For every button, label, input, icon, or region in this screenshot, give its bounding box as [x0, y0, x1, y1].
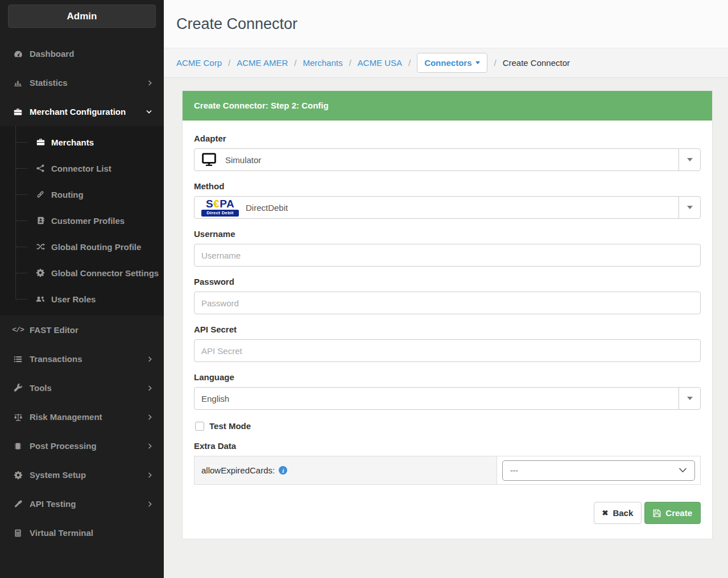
caret-down-icon — [687, 158, 693, 161]
extra-data-key-cell: allowExpiredCards: i — [195, 456, 497, 484]
sidebar-item-label: Global Connector Settings — [51, 268, 159, 278]
page-header: Create Connector — [164, 0, 728, 48]
sidebar-item-label: FAST Editor — [30, 325, 78, 335]
main-area: Create Connector ACME Corp / ACME AMER /… — [164, 0, 728, 578]
create-button-label: Create — [665, 508, 692, 518]
breadcrumb-separator: / — [408, 58, 411, 68]
shuffle-icon — [35, 242, 46, 251]
sidebar-item-tools[interactable]: Tools — [0, 373, 164, 402]
back-button-label: Back — [613, 508, 633, 518]
sidebar-item-risk-management[interactable]: Risk Management — [0, 402, 164, 431]
sidebar-item-user-roles[interactable]: User Roles — [0, 286, 164, 312]
monitor-icon — [201, 153, 217, 167]
extra-data-key: allowExpiredCards: — [201, 465, 275, 475]
sidebar-item-label: Tools — [30, 383, 52, 393]
microchip-icon — [13, 442, 23, 451]
eyedropper-icon — [13, 500, 23, 509]
sidebar-item-global-routing-profile[interactable]: Global Routing Profile — [0, 234, 164, 260]
admin-button[interactable]: Admin — [8, 5, 156, 28]
sidebar-item-label: Customer Profiles — [51, 216, 125, 226]
chevron-right-icon — [147, 356, 152, 363]
list-icon — [13, 355, 23, 364]
select-caret-section — [679, 197, 700, 218]
adapter-select[interactable]: Simulator — [194, 148, 701, 171]
connectors-dropdown-label: Connectors — [424, 58, 471, 68]
test-mode-label: Test Mode — [209, 421, 251, 431]
sidebar-item-transactions[interactable]: Transactions — [0, 344, 164, 373]
chevron-right-icon — [147, 385, 152, 392]
chevron-down-icon — [679, 468, 687, 473]
sidebar-item-merchants[interactable]: Merchants — [0, 129, 164, 155]
page-title: Create Connector — [176, 15, 297, 33]
sidebar-item-label: User Roles — [51, 294, 96, 304]
sidebar-item-fast-editor[interactable]: </> FAST Editor — [0, 315, 164, 344]
breadcrumb-current: Create Connector — [503, 58, 570, 68]
chevron-right-icon — [147, 443, 152, 450]
sidebar-item-label: System Setup — [30, 470, 86, 480]
sidebar-item-virtual-terminal[interactable]: Virtual Terminal — [0, 518, 164, 547]
breadcrumb-link-merchants[interactable]: Merchants — [303, 58, 342, 68]
wrench-icon — [13, 384, 23, 393]
breadcrumb-separator: / — [349, 58, 351, 68]
share-icon — [35, 164, 46, 173]
sidebar-item-merchant-configuration[interactable]: Merchant Configuration — [0, 97, 164, 126]
sidebar-item-api-testing[interactable]: API Testing — [0, 489, 164, 518]
breadcrumb-separator: / — [294, 58, 296, 68]
x-icon: ✖ — [602, 509, 609, 517]
sidebar-item-dashboard[interactable]: Dashboard — [0, 39, 164, 68]
back-button[interactable]: ✖ Back — [594, 502, 642, 524]
sidebar-item-label: Global Routing Profile — [51, 242, 141, 252]
breadcrumb-separator: / — [494, 58, 496, 68]
sidebar-item-label: Risk Management — [30, 412, 102, 422]
connectors-dropdown-button[interactable]: Connectors — [417, 53, 487, 73]
sidebar-item-statistics[interactable]: Statistics — [0, 68, 164, 97]
test-mode-checkbox[interactable] — [195, 422, 204, 431]
test-mode-row: Test Mode — [195, 421, 701, 431]
calculator-icon — [13, 529, 23, 538]
password-input[interactable] — [194, 292, 701, 314]
api-secret-input[interactable] — [194, 339, 701, 362]
code-icon: </> — [13, 326, 23, 334]
briefcase-icon — [35, 138, 46, 147]
chevron-right-icon — [147, 80, 152, 86]
sidebar-item-system-setup[interactable]: System Setup — [0, 460, 164, 489]
sidebar-item-routing[interactable]: Routing — [0, 181, 164, 207]
username-label: Username — [194, 229, 701, 239]
chevron-down-icon — [146, 109, 152, 114]
caret-down-icon — [475, 61, 480, 64]
chevron-right-icon — [147, 414, 152, 421]
chevron-right-icon — [147, 501, 152, 508]
panel-heading: Create Connector: Step 2: Config — [183, 91, 712, 120]
extra-data-table: allowExpiredCards: i --- — [194, 456, 701, 485]
sidebar-item-post-processing[interactable]: Post Processing — [0, 431, 164, 460]
sidebar-item-label: Dashboard — [30, 49, 74, 59]
sidebar-item-global-connector-settings[interactable]: Global Connector Settings — [0, 260, 164, 286]
sidebar-item-label: Merchant Configuration — [30, 107, 126, 117]
breadcrumb-link-acme-usa[interactable]: ACME USA — [358, 58, 402, 68]
sidebar-item-label: Merchants — [51, 138, 94, 147]
breadcrumb-link-acme-amer[interactable]: ACME AMER — [237, 58, 288, 68]
briefcase-icon — [13, 107, 23, 117]
sepa-logo: S€PA Direct Debit — [201, 198, 239, 217]
language-select[interactable]: English — [194, 387, 701, 410]
info-icon[interactable]: i — [279, 466, 287, 475]
method-select[interactable]: S€PA Direct Debit DirectDebit — [194, 196, 701, 219]
create-button[interactable]: Create — [644, 502, 701, 524]
breadcrumb-separator: / — [228, 58, 230, 68]
address-book-icon — [35, 216, 46, 225]
allow-expired-cards-select[interactable]: --- — [502, 460, 695, 481]
extra-data-label: Extra Data — [194, 441, 701, 451]
chevron-right-icon — [147, 472, 152, 479]
language-value: English — [201, 394, 229, 404]
username-input[interactable] — [194, 244, 701, 267]
sidebar-item-label: Routing — [51, 190, 84, 199]
select-caret-section — [679, 388, 700, 409]
merchant-configuration-submenu: Merchants Connector List Routing Custome… — [0, 126, 164, 315]
create-connector-panel: Create Connector: Step 2: Config Adapter… — [182, 90, 713, 539]
breadcrumb-link-acme-corp[interactable]: ACME Corp — [176, 58, 222, 68]
sidebar-item-connector-list[interactable]: Connector List — [0, 155, 164, 181]
bar-chart-icon — [13, 78, 23, 88]
sidebar-item-customer-profiles[interactable]: Customer Profiles — [0, 207, 164, 234]
breadcrumb: ACME Corp / ACME AMER / Merchants / ACME… — [164, 48, 728, 78]
sidebar-item-label: API Testing — [30, 499, 76, 509]
